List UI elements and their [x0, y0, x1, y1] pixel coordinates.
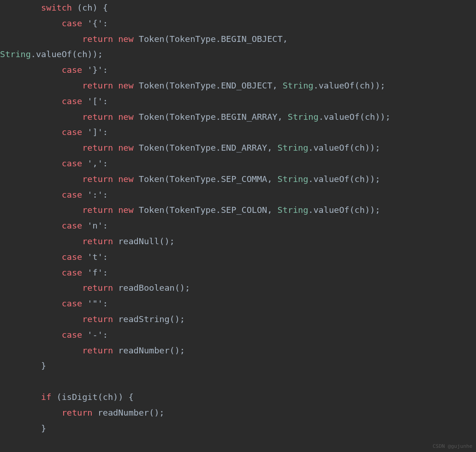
keyword-case: case: [62, 252, 83, 262]
keyword-new: new: [118, 81, 133, 90]
keyword-return: return: [82, 143, 113, 153]
keyword-case: case: [62, 268, 83, 277]
keyword-return: return: [82, 236, 113, 246]
keyword-return: return: [82, 346, 113, 355]
keyword-case: case: [62, 221, 83, 230]
ident-tokentype: TokenType: [170, 81, 216, 90]
char-literal: '"': [87, 299, 102, 308]
keyword-return: return: [82, 34, 113, 44]
method-readstring: readString: [118, 314, 169, 324]
char-literal: ',': [87, 158, 102, 168]
keyword-case: case: [62, 127, 83, 137]
ident-tokentype: TokenType: [170, 34, 216, 44]
method-valueof: valueOf: [324, 112, 360, 122]
ident-ch: ch: [355, 174, 365, 184]
method-readnumber: readNumber: [98, 408, 149, 417]
keyword-new: new: [118, 205, 133, 215]
char-literal: '-': [87, 330, 102, 340]
keyword-case: case: [62, 299, 83, 308]
ident-token: Token: [139, 205, 165, 215]
method-readboolean: readBoolean: [118, 283, 175, 293]
method-readnull: readNull: [118, 236, 159, 246]
method-isdigit: isDigit: [62, 392, 98, 402]
ident-token: Token: [139, 174, 165, 184]
keyword-return: return: [62, 408, 93, 417]
code-block: switch (ch) { case '{': return new Token…: [0, 0, 476, 436]
ident-token: Token: [139, 81, 165, 90]
char-literal: ':': [87, 190, 102, 200]
keyword-new: new: [118, 112, 133, 122]
type-string: String: [278, 143, 309, 153]
method-valueof: valueOf: [313, 174, 349, 184]
method-valueof: valueOf: [319, 81, 355, 90]
keyword-return: return: [82, 314, 113, 324]
method-valueof: valueOf: [313, 143, 349, 153]
ident-ch: ch: [365, 112, 375, 122]
method-readnumber: readNumber: [118, 346, 169, 355]
keyword-new: new: [118, 34, 133, 44]
ident-tokentype: TokenType: [170, 174, 216, 184]
watermark-text: CSDN @gujunhe: [433, 443, 472, 449]
ident-token: Token: [139, 34, 165, 44]
method-valueof: valueOf: [36, 49, 72, 59]
type-string: String: [278, 174, 309, 184]
char-literal: '[': [87, 96, 102, 106]
char-literal: '{': [87, 18, 102, 28]
ident-ch: ch: [77, 49, 87, 59]
keyword-case: case: [62, 65, 83, 75]
ident-token: Token: [139, 112, 165, 122]
ident-ch: ch: [82, 3, 92, 12]
keyword-return: return: [82, 112, 113, 122]
ident-tokentype: TokenType: [170, 143, 216, 153]
enum-value: END_ARRAY: [221, 143, 267, 153]
enum-value: END_OBJECT: [221, 81, 272, 90]
type-string: String: [278, 205, 309, 215]
keyword-new: new: [118, 174, 133, 184]
char-literal: '}': [87, 65, 102, 75]
keyword-case: case: [62, 96, 83, 106]
type-string: String: [0, 49, 31, 59]
keyword-case: case: [62, 190, 83, 200]
enum-value: SEP_COMMA: [221, 174, 267, 184]
ident-ch: ch: [103, 392, 113, 402]
ident-ch: ch: [360, 81, 370, 90]
char-literal: ']': [87, 127, 102, 137]
keyword-switch: switch: [41, 3, 72, 12]
enum-value: SEP_COLON: [221, 205, 267, 215]
keyword-new: new: [118, 143, 133, 153]
char-literal: 't': [87, 252, 102, 262]
keyword-case: case: [62, 158, 83, 168]
keyword-return: return: [82, 205, 113, 215]
ident-ch: ch: [355, 143, 365, 153]
enum-value: BEGIN_ARRAY: [221, 112, 278, 122]
keyword-case: case: [62, 330, 83, 340]
type-string: String: [283, 81, 314, 90]
method-valueof: valueOf: [313, 205, 349, 215]
type-string: String: [288, 112, 319, 122]
enum-value: BEGIN_OBJECT: [221, 34, 283, 44]
keyword-return: return: [82, 174, 113, 184]
keyword-if: if: [41, 392, 51, 402]
ident-token: Token: [139, 143, 165, 153]
keyword-return: return: [82, 81, 113, 90]
ident-tokentype: TokenType: [170, 205, 216, 215]
char-literal: 'n': [87, 221, 102, 230]
keyword-case: case: [62, 18, 83, 28]
ident-tokentype: TokenType: [170, 112, 216, 122]
ident-ch: ch: [355, 205, 365, 215]
keyword-return: return: [82, 283, 113, 293]
char-literal: 'f': [87, 268, 102, 277]
